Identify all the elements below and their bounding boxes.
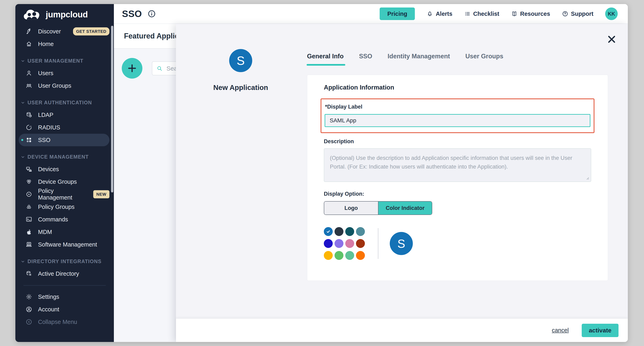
new-application-modal: S New Application General Info SSO Ident… (176, 24, 628, 342)
sidebar-nav: Discover GET STARTED Home USER MANAGEMEN… (15, 25, 114, 328)
cancel-button[interactable]: cancel (552, 327, 569, 334)
info-icon[interactable] (147, 9, 156, 18)
sidebar-item-mdm[interactable]: MDM (18, 226, 110, 238)
sidebar-scrollbar[interactable] (111, 26, 113, 193)
activate-button[interactable]: activate (582, 324, 618, 337)
checklist-button[interactable]: Checklist (464, 11, 500, 17)
tab-sso[interactable]: SSO (359, 53, 372, 64)
sidebar-item-account[interactable]: Account (18, 303, 110, 316)
support-button[interactable]: Support (562, 11, 594, 17)
pricing-button[interactable]: Pricing (380, 8, 415, 20)
application-identity: S New Application (176, 49, 306, 92)
sidebar-item-devices[interactable]: Devices (18, 163, 110, 176)
sidebar-item-users[interactable]: Users (18, 67, 110, 79)
vertical-divider (378, 228, 378, 259)
apple-icon (26, 229, 32, 235)
color-swatch[interactable] (334, 239, 344, 248)
sidebar-item-radius[interactable]: RADIUS (18, 121, 110, 134)
sidebar: jumpcloud Discover GET STARTED Home USER… (15, 4, 114, 342)
search-icon (156, 65, 163, 72)
tab-general-info[interactable]: General Info (307, 53, 344, 64)
card-heading: Application Information (324, 84, 591, 91)
sidebar-section-device-management[interactable]: DEVICE MANAGEMENT (18, 152, 110, 161)
laptop-grid-icon (26, 241, 32, 248)
color-swatch[interactable] (334, 251, 344, 260)
chevron-down-icon (21, 259, 25, 264)
add-application-button[interactable] (122, 58, 142, 79)
account-circle-icon (26, 306, 32, 313)
octagon-dot-icon (26, 191, 32, 198)
sidebar-item-user-groups[interactable]: User Groups (18, 79, 110, 92)
checklist-icon (464, 11, 471, 17)
sidebar-item-home[interactable]: Home (18, 38, 110, 50)
sidebar-item-label: User Groups (38, 82, 71, 89)
description-textarea[interactable] (324, 148, 591, 182)
modal-tabs: General Info SSO Identity Management Use… (307, 53, 503, 64)
color-preview-circle: S (390, 232, 413, 255)
radar-icon (26, 124, 32, 131)
chevron-down-icon (21, 59, 25, 63)
new-badge: NEW (93, 190, 110, 198)
sidebar-item-label: LDAP (38, 112, 54, 118)
color-swatch-selected[interactable] (324, 227, 333, 236)
sidebar-item-device-groups[interactable]: Device Groups (18, 176, 110, 188)
sidebar-item-policy-management[interactable]: Policy Management NEW (18, 188, 110, 201)
display-option-toggle: Logo Color Indicator (324, 201, 432, 215)
page-title: SSO (122, 8, 142, 19)
tab-identity-management[interactable]: Identity Management (388, 53, 450, 64)
color-swatch[interactable] (356, 239, 365, 248)
display-label-input[interactable] (325, 114, 590, 127)
sidebar-item-collapse-menu[interactable]: Collapse Menu (18, 316, 110, 328)
color-swatch[interactable] (345, 239, 354, 248)
close-icon[interactable] (606, 34, 617, 45)
resources-button[interactable]: Resources (511, 11, 550, 17)
jumpcloud-logo[interactable]: jumpcloud (15, 4, 114, 25)
sidebar-item-policy-groups[interactable]: Policy Groups (18, 201, 110, 213)
question-circle-icon (562, 11, 568, 17)
sidebar-item-sso[interactable]: SSO (18, 134, 110, 146)
sidebar-section-directory-integrations[interactable]: DIRECTORY INTEGRATIONS (18, 257, 110, 266)
color-swatch[interactable] (356, 227, 365, 236)
sidebar-item-settings[interactable]: Settings (18, 290, 110, 303)
top-header: SSO Pricing Alerts Checklist Resources (114, 4, 628, 24)
color-swatch[interactable] (345, 251, 354, 260)
color-swatch[interactable] (356, 251, 365, 260)
modal-footer: cancel activate (176, 318, 628, 342)
sidebar-item-commands[interactable]: Commands (18, 213, 110, 226)
jumpcloud-cloud-icon (23, 9, 42, 21)
logo-option[interactable]: Logo (324, 202, 378, 215)
sidebar-item-ldap[interactable]: LDAP (18, 109, 110, 121)
main-area: SSO Pricing Alerts Checklist Resources (114, 4, 628, 342)
collapse-arrow-icon (26, 318, 32, 325)
devices-icon (26, 166, 32, 172)
sidebar-item-label: SSO (38, 137, 50, 143)
sidebar-item-software-management[interactable]: Software Management (18, 238, 110, 251)
application-name: New Application (176, 83, 306, 92)
user-avatar[interactable]: KK (605, 8, 618, 20)
color-swatch[interactable] (324, 251, 333, 260)
section-title: Featured Applica (124, 32, 183, 40)
sidebar-section-user-management[interactable]: USER MANAGEMENT (18, 56, 110, 65)
database-clock-icon (26, 111, 32, 118)
sidebar-item-label: Policy Management (38, 188, 88, 201)
sidebar-item-active-directory[interactable]: Active Directory (18, 267, 110, 280)
sidebar-item-label: Policy Groups (38, 204, 75, 210)
color-indicator-option[interactable]: Color Indicator (378, 202, 432, 215)
sidebar-section-user-authentication[interactable]: USER AUTHENTICATION (18, 98, 110, 107)
sidebar-item-discover[interactable]: Discover GET STARTED (18, 25, 110, 38)
color-swatch[interactable] (334, 227, 344, 236)
application-information-card: Application Information *Display Label D… (307, 75, 608, 281)
app-window: jumpcloud Discover GET STARTED Home USER… (15, 4, 628, 342)
display-label-highlight-box: *Display Label (320, 98, 594, 133)
tab-user-groups[interactable]: User Groups (466, 53, 504, 64)
open-book-icon (511, 11, 518, 17)
color-swatch[interactable] (345, 227, 354, 236)
color-indicator-section: S (324, 227, 591, 260)
sidebar-item-label: Devices (38, 166, 59, 172)
color-swatch[interactable] (324, 239, 333, 248)
terminal-icon (26, 216, 32, 223)
alerts-button[interactable]: Alerts (426, 11, 452, 17)
plus-icon (126, 63, 138, 74)
header-actions: Pricing Alerts Checklist Resources Suppo… (380, 8, 618, 20)
logo-wordmark: jumpcloud (46, 10, 88, 20)
